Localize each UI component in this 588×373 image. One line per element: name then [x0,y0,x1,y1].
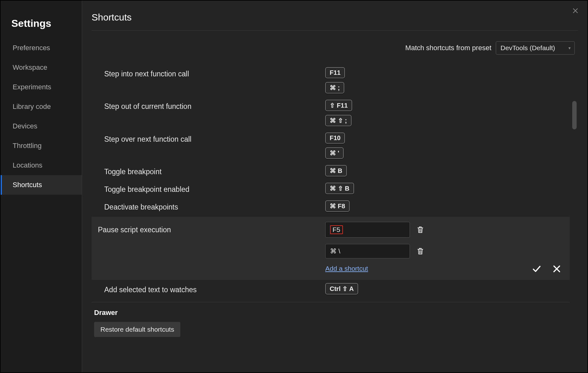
shortcut-row: Step into next function call F11 ⌘ ; [92,65,570,97]
key-chip: Ctrl ⇧ A [325,283,358,294]
sidebar-item-preferences[interactable]: Preferences [1,38,82,58]
sidebar-item-devices[interactable]: Devices [1,116,82,136]
key-chip: ⌘ ⇧ ; [325,115,351,126]
add-shortcut-link[interactable]: Add a shortcut [325,265,368,272]
sidebar-item-throttling[interactable]: Throttling [1,136,82,156]
key-chip: F10 [325,133,345,144]
close-icon[interactable] [571,6,580,15]
shortcut-row: Toggle breakpoint enabled ⌘ ⇧ B [92,180,570,197]
shortcut-row: Step out of current function ⇧ F11 ⌘ ⇧ ; [92,97,570,129]
preset-select-value: DevTools (Default) [501,44,555,51]
sidebar-item-workspace[interactable]: Workspace [1,58,82,77]
shortcut-row: Step over next function call F10 ⌘ ' [92,129,570,162]
scrollbar-track[interactable] [572,68,577,370]
shortcut-input[interactable]: ⌘ \ [325,244,410,258]
shortcut-label: Add selected text to watches [92,283,319,294]
settings-sidebar: Settings Preferences Workspace Experimen… [1,1,82,372]
sidebar-item-shortcuts[interactable]: Shortcuts [1,175,82,195]
shortcut-label: Pause script execution [92,222,319,234]
key-chip: ⌘ ⇧ B [325,183,354,194]
key-chip: ⌘ F8 [325,200,350,212]
shortcut-label: Step out of current function [92,100,319,111]
shortcut-label: Step into next function call [92,67,319,78]
trash-icon[interactable] [416,225,425,234]
key-chip: F11 [325,67,345,78]
preset-select[interactable]: DevTools (Default) [496,41,575,55]
shortcut-label: Step over next function call [92,133,319,144]
shortcut-label: Toggle breakpoint enabled [92,183,319,194]
preset-row: Match shortcuts from preset DevTools (De… [92,31,578,65]
page-title: Shortcuts [92,12,578,31]
shortcut-input[interactable]: F5 [325,222,410,238]
restore-defaults-button[interactable]: Restore default shortcuts [94,322,180,337]
shortcut-row: Deactivate breakpoints ⌘ F8 [92,197,570,215]
key-chip: ⌘ ' [325,147,344,159]
shortcut-row: Add selected text to watches Ctrl ⇧ A [92,280,570,298]
key-chip: ⌘ B [325,165,347,176]
key-chip: ⌘ ; [325,82,344,93]
scrollbar-thumb[interactable] [572,101,577,129]
shortcut-label: Toggle breakpoint [92,165,319,176]
shortcut-label: Deactivate breakpoints [92,200,319,211]
shortcut-list: Step F9 Step into next function call F11… [92,65,570,372]
sidebar-item-experiments[interactable]: Experiments [1,77,82,97]
shortcut-row: Toggle breakpoint ⌘ B [92,162,570,180]
section-header: Drawer [92,302,570,320]
cancel-icon[interactable] [551,263,562,274]
shortcut-edit-block: Pause script execution F5 ⌘ \ [92,217,570,280]
key-chip: ⇧ F11 [325,100,352,111]
main-content: Shortcuts Match shortcuts from preset De… [82,1,587,372]
confirm-icon[interactable] [531,263,542,274]
sidebar-item-library-code[interactable]: Library code [1,97,82,116]
preset-label: Match shortcuts from preset [405,44,491,52]
sidebar-title: Settings [1,12,82,38]
trash-icon[interactable] [416,246,425,256]
sidebar-item-locations[interactable]: Locations [1,156,82,175]
settings-shortcuts-panel: Settings Preferences Workspace Experimen… [0,0,588,373]
